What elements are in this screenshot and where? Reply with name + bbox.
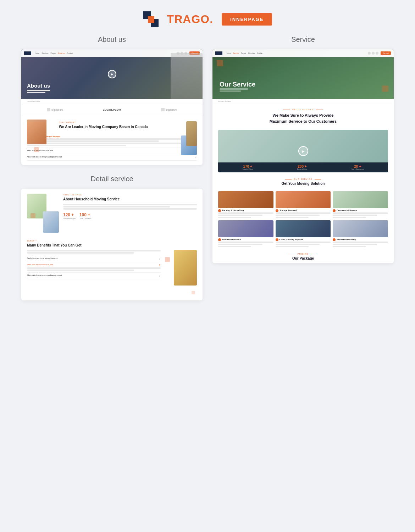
svc-icon-residential [218,238,221,241]
main-grid: About us Home Services Pages About us Co… [0,35,415,315]
about-images [27,120,197,155]
acc-3-q[interactable]: Abore et dolore magna aliquyam erat [27,156,192,158]
svc-icon-household [333,238,336,241]
hero-text-1 [27,90,50,91]
nav-home[interactable]: Home [35,52,39,54]
logo-3: logolpsum [161,108,177,111]
logo-icon-3 [161,108,165,111]
svg-rect-2 [148,16,154,23]
benefits-title: Many Benefits That You Can Get [27,243,197,248]
nav-links: Home Services Pages About us Contact [35,52,73,54]
svc-icon-row-1: Packing & Unpacking [218,209,273,212]
about-breadcrumb: Home / About us [21,99,203,104]
svc-social-fb[interactable] [368,52,371,55]
service-hero-people [212,56,394,99]
stat-2-lbl: Total Customer [79,217,92,220]
detail-stat-2: 100 + Total Customer [79,212,92,220]
svc-desc-household [333,242,388,247]
svc-about-section: ABOUT SERVICE We Make Sure to Always Pro… [212,104,394,130]
stat-projects-lbl: Projects Done [297,168,307,170]
benefit-q-3[interactable]: Abore et dolore magna aliquyam erat ∨ [27,274,161,277]
svc-desc-residential [218,242,273,247]
svc-icon-row-2: Storage Removal [276,209,331,212]
service-hero-title: Our Service [220,81,255,88]
benefits-layout: Sed diam nonumy eirnod tempor ∨ Vero eos… [27,250,197,293]
about-right-img [186,121,197,146]
svc-social-tw[interactable] [376,52,378,55]
about-column: About us Home Services Pages About us Co… [21,35,203,300]
detail-img-2 [43,211,59,233]
sd2-l2 [276,215,320,216]
benefit-q-2[interactable]: Vero eos et accusam et just ∧ [27,264,161,267]
benefit-chevron-2[interactable]: ∧ [159,264,161,267]
benefits-accordion: Sed diam nonumy eirnod tempor ∨ Vero eos… [27,250,161,293]
acc-3-chevron[interactable]: ∨ [195,156,197,159]
accordion-item-3: Abore et dolore magna aliquyam erat ∨ [27,154,197,161]
detail-card: ABOUT SERVICE About Household Moving Ser… [21,189,203,300]
sd6-l3 [333,246,366,247]
sd2-l3 [276,217,309,218]
benefit-q-1[interactable]: Sed diam nonumy eirnod tempor ∨ [27,257,161,260]
about-play-btn[interactable]: ▶ [108,70,116,78]
about-hero-title: About us [27,83,50,89]
stat-1-lbl: Success Project [63,217,76,220]
svc-nav-service[interactable]: Service [233,52,239,54]
svc-thumb-storage [276,191,331,208]
nav-services[interactable]: Services [42,52,48,54]
svc-nav-btn[interactable]: Contact [381,51,391,55]
svc-title-household: Household Moving [337,238,356,240]
svc-play-btn[interactable]: ▶ [298,146,308,156]
svc-icon-storage [276,209,278,212]
logo-text: TRAGO. [167,13,213,26]
svc-title-commercial: Commercial Movers [337,209,357,211]
detail-stat-1: 120 + Success Project [63,212,76,220]
ben-intro-1 [27,250,161,251]
service-hero: Home Service Pages About us Contact Cont… [212,49,394,99]
nav-about[interactable]: About us [58,52,65,54]
benefits-img [165,250,197,293]
svc-icon-crosscountry [276,238,278,241]
dt-line3 [63,208,197,210]
pricing-title: Our Package [218,256,388,260]
about-hero: Home Services Pages About us Contact Con… [21,49,203,99]
about-body: OUR COMPANY We Are Leader in Moving Comp… [21,115,203,165]
nav-pages[interactable]: Pages [51,52,56,54]
svc-accent-1 [217,60,223,66]
detail-images [27,194,59,233]
benefit-q-1-text: Sed diam nonumy eirnod tempor [27,257,58,260]
benefit-item-3: Abore et dolore magna aliquyam erat ∨ [27,273,161,279]
svc-nav-pages[interactable]: Pages [241,52,246,54]
svc-nav-contact[interactable]: Contact [257,52,263,54]
nav-contact[interactable]: Contact [67,52,73,54]
pricing-tag: PRICING [218,253,388,255]
svc-residential: Residental Movers [218,220,273,247]
service-card: Home Service Pages About us Contact Cont… [212,49,394,263]
svc-title-residential: Residental Movers [222,238,241,240]
svc-social-ig[interactable] [372,52,375,55]
moving-title: Get Your Moving Solution [218,182,388,185]
moving-tag: OUR SERVICE [218,178,388,180]
svc-nav-about[interactable]: About us [248,52,255,54]
sd5-l3 [276,246,309,247]
detail-accent [31,213,35,218]
hero-mover-figure [171,53,203,99]
benefit-chevron-3[interactable]: ∨ [159,274,161,277]
benefit-q-3-text: Abore et dolore magna aliquyam erat [27,274,62,277]
services-grid: Packing & Unpacking Storage Rem [212,191,394,250]
svc-title-storage: Storage Removal [280,209,297,211]
benefit-chevron-1[interactable]: ∨ [159,257,161,260]
innerpage-badge[interactable]: INNERPAGE [222,13,272,26]
svc-household: Household Moving [333,220,388,247]
header: TRAGO. INNERPAGE [0,0,415,35]
svc-icon-row-5: Cross Country Express [276,238,331,241]
svc-nav-home[interactable]: Home [226,52,231,54]
hero-text-2 [27,92,45,93]
stat-years-num: 20 + [352,165,364,168]
about-img-1 [27,120,46,144]
svc-hero-line2 [220,90,241,92]
sd6-l2 [333,244,377,245]
stat-1-num: 120 + [63,212,76,217]
detail-service-wrapper: Detail service ABOUT SERVICE About House… [21,175,203,300]
stats-bar: 170 + Satisfied Client 200 + Projects Do… [218,162,388,172]
stat-projects: 200 + Projects Done [297,165,307,170]
